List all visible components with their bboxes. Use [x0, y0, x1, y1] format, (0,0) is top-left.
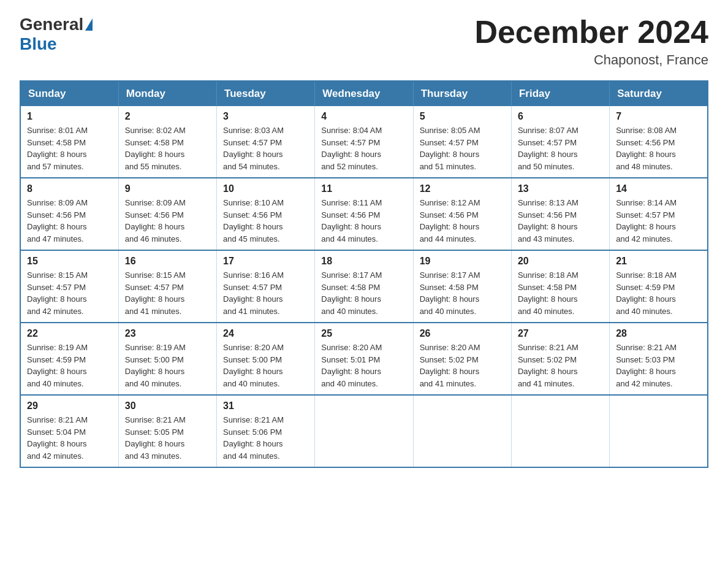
day-info: Sunrise: 8:12 AMSunset: 4:56 PMDaylight:… — [420, 198, 480, 243]
calendar-week-4: 22 Sunrise: 8:19 AMSunset: 4:59 PMDaylig… — [20, 323, 708, 395]
column-header-thursday: Thursday — [413, 81, 511, 106]
day-number: 8 — [27, 183, 112, 194]
calendar-cell — [610, 395, 708, 467]
day-number: 22 — [27, 328, 112, 339]
day-number: 11 — [321, 183, 406, 194]
title-block: December 2024 Chaponost, France — [474, 15, 708, 68]
day-number: 19 — [420, 256, 505, 267]
calendar-cell: 2 Sunrise: 8:02 AMSunset: 4:58 PMDayligh… — [118, 106, 216, 178]
day-info: Sunrise: 8:21 AMSunset: 5:02 PMDaylight:… — [518, 343, 578, 388]
day-info: Sunrise: 8:20 AMSunset: 5:02 PMDaylight:… — [420, 343, 480, 388]
calendar-cell: 24 Sunrise: 8:20 AMSunset: 5:00 PMDaylig… — [217, 323, 315, 395]
day-info: Sunrise: 8:15 AMSunset: 4:57 PMDaylight:… — [125, 270, 186, 316]
calendar-cell: 20 Sunrise: 8:18 AMSunset: 4:58 PMDaylig… — [511, 250, 609, 323]
calendar-cell: 30 Sunrise: 8:21 AMSunset: 5:05 PMDaylig… — [118, 395, 216, 467]
day-info: Sunrise: 8:10 AMSunset: 4:56 PMDaylight:… — [223, 198, 284, 243]
day-info: Sunrise: 8:07 AMSunset: 4:57 PMDaylight:… — [518, 126, 578, 171]
day-number: 14 — [616, 183, 701, 194]
column-header-wednesday: Wednesday — [315, 81, 413, 106]
logo-general-text: General — [20, 15, 83, 34]
calendar-cell — [413, 395, 511, 467]
day-info: Sunrise: 8:02 AMSunset: 4:58 PMDaylight:… — [125, 126, 186, 171]
day-number: 12 — [420, 183, 505, 194]
day-info: Sunrise: 8:09 AMSunset: 4:56 PMDaylight:… — [27, 198, 88, 243]
day-info: Sunrise: 8:18 AMSunset: 4:58 PMDaylight:… — [518, 270, 578, 316]
calendar-cell: 19 Sunrise: 8:17 AMSunset: 4:58 PMDaylig… — [413, 250, 511, 323]
day-info: Sunrise: 8:14 AMSunset: 4:57 PMDaylight:… — [616, 198, 677, 243]
day-info: Sunrise: 8:17 AMSunset: 4:58 PMDaylight:… — [420, 270, 480, 316]
day-number: 3 — [223, 111, 308, 122]
calendar-cell: 14 Sunrise: 8:14 AMSunset: 4:57 PMDaylig… — [610, 178, 708, 250]
day-number: 29 — [27, 400, 112, 412]
day-info: Sunrise: 8:09 AMSunset: 4:56 PMDaylight:… — [125, 198, 186, 243]
day-number: 13 — [518, 183, 603, 194]
calendar-cell: 22 Sunrise: 8:19 AMSunset: 4:59 PMDaylig… — [20, 323, 118, 395]
month-title: December 2024 — [474, 15, 708, 50]
day-number: 1 — [27, 111, 112, 122]
day-info: Sunrise: 8:20 AMSunset: 5:01 PMDaylight:… — [321, 343, 382, 388]
calendar-cell: 8 Sunrise: 8:09 AMSunset: 4:56 PMDayligh… — [20, 178, 118, 250]
day-number: 30 — [125, 400, 210, 412]
day-info: Sunrise: 8:19 AMSunset: 5:00 PMDaylight:… — [125, 343, 186, 388]
calendar-cell: 26 Sunrise: 8:20 AMSunset: 5:02 PMDaylig… — [413, 323, 511, 395]
location-title: Chaponost, France — [474, 52, 708, 68]
column-header-tuesday: Tuesday — [217, 81, 315, 106]
day-info: Sunrise: 8:08 AMSunset: 4:56 PMDaylight:… — [616, 126, 677, 171]
calendar-week-1: 1 Sunrise: 8:01 AMSunset: 4:58 PMDayligh… — [20, 106, 708, 178]
calendar-cell: 13 Sunrise: 8:13 AMSunset: 4:56 PMDaylig… — [511, 178, 609, 250]
calendar-cell — [315, 395, 413, 467]
day-number: 24 — [223, 328, 308, 339]
day-number: 16 — [125, 256, 210, 267]
day-number: 4 — [321, 111, 406, 122]
calendar-cell: 23 Sunrise: 8:19 AMSunset: 5:00 PMDaylig… — [118, 323, 216, 395]
day-info: Sunrise: 8:17 AMSunset: 4:58 PMDaylight:… — [321, 270, 382, 316]
day-number: 27 — [518, 328, 603, 339]
calendar-cell: 10 Sunrise: 8:10 AMSunset: 4:56 PMDaylig… — [217, 178, 315, 250]
calendar-cell: 27 Sunrise: 8:21 AMSunset: 5:02 PMDaylig… — [511, 323, 609, 395]
day-info: Sunrise: 8:19 AMSunset: 4:59 PMDaylight:… — [27, 343, 88, 388]
calendar-cell: 29 Sunrise: 8:21 AMSunset: 5:04 PMDaylig… — [20, 395, 118, 467]
day-info: Sunrise: 8:20 AMSunset: 5:00 PMDaylight:… — [223, 343, 284, 388]
day-number: 25 — [321, 328, 406, 339]
calendar-week-3: 15 Sunrise: 8:15 AMSunset: 4:57 PMDaylig… — [20, 250, 708, 323]
logo-triangle-icon — [85, 18, 93, 31]
calendar-table: SundayMondayTuesdayWednesdayThursdayFrid… — [20, 80, 708, 468]
day-number: 26 — [420, 328, 505, 339]
logo: General Blue — [20, 15, 93, 54]
calendar-week-5: 29 Sunrise: 8:21 AMSunset: 5:04 PMDaylig… — [20, 395, 708, 467]
logo-blue-text: Blue — [20, 34, 57, 53]
calendar-cell: 25 Sunrise: 8:20 AMSunset: 5:01 PMDaylig… — [315, 323, 413, 395]
day-number: 23 — [125, 328, 210, 339]
day-info: Sunrise: 8:11 AMSunset: 4:56 PMDaylight:… — [321, 198, 382, 243]
day-info: Sunrise: 8:04 AMSunset: 4:57 PMDaylight:… — [321, 126, 382, 171]
calendar-week-2: 8 Sunrise: 8:09 AMSunset: 4:56 PMDayligh… — [20, 178, 708, 250]
day-number: 6 — [518, 111, 603, 122]
day-number: 2 — [125, 111, 210, 122]
calendar-cell: 9 Sunrise: 8:09 AMSunset: 4:56 PMDayligh… — [118, 178, 216, 250]
day-number: 5 — [420, 111, 505, 122]
day-info: Sunrise: 8:21 AMSunset: 5:03 PMDaylight:… — [616, 343, 677, 388]
calendar-cell: 28 Sunrise: 8:21 AMSunset: 5:03 PMDaylig… — [610, 323, 708, 395]
calendar-cell: 16 Sunrise: 8:15 AMSunset: 4:57 PMDaylig… — [118, 250, 216, 323]
column-header-saturday: Saturday — [610, 81, 708, 106]
calendar-cell: 3 Sunrise: 8:03 AMSunset: 4:57 PMDayligh… — [217, 106, 315, 178]
calendar-cell: 15 Sunrise: 8:15 AMSunset: 4:57 PMDaylig… — [20, 250, 118, 323]
calendar-cell: 18 Sunrise: 8:17 AMSunset: 4:58 PMDaylig… — [315, 250, 413, 323]
calendar-cell: 4 Sunrise: 8:04 AMSunset: 4:57 PMDayligh… — [315, 106, 413, 178]
column-header-sunday: Sunday — [20, 81, 118, 106]
day-number: 20 — [518, 256, 603, 267]
calendar-cell: 11 Sunrise: 8:11 AMSunset: 4:56 PMDaylig… — [315, 178, 413, 250]
day-info: Sunrise: 8:03 AMSunset: 4:57 PMDaylight:… — [223, 126, 284, 171]
day-number: 7 — [616, 111, 701, 122]
day-info: Sunrise: 8:18 AMSunset: 4:59 PMDaylight:… — [616, 270, 677, 316]
day-number: 10 — [223, 183, 308, 194]
calendar-cell: 7 Sunrise: 8:08 AMSunset: 4:56 PMDayligh… — [610, 106, 708, 178]
day-info: Sunrise: 8:01 AMSunset: 4:58 PMDaylight:… — [27, 126, 88, 171]
column-header-monday: Monday — [118, 81, 216, 106]
day-info: Sunrise: 8:13 AMSunset: 4:56 PMDaylight:… — [518, 198, 578, 243]
column-header-friday: Friday — [511, 81, 609, 106]
calendar-cell: 6 Sunrise: 8:07 AMSunset: 4:57 PMDayligh… — [511, 106, 609, 178]
day-info: Sunrise: 8:21 AMSunset: 5:05 PMDaylight:… — [125, 415, 186, 461]
calendar-cell: 5 Sunrise: 8:05 AMSunset: 4:57 PMDayligh… — [413, 106, 511, 178]
calendar-cell — [511, 395, 609, 467]
